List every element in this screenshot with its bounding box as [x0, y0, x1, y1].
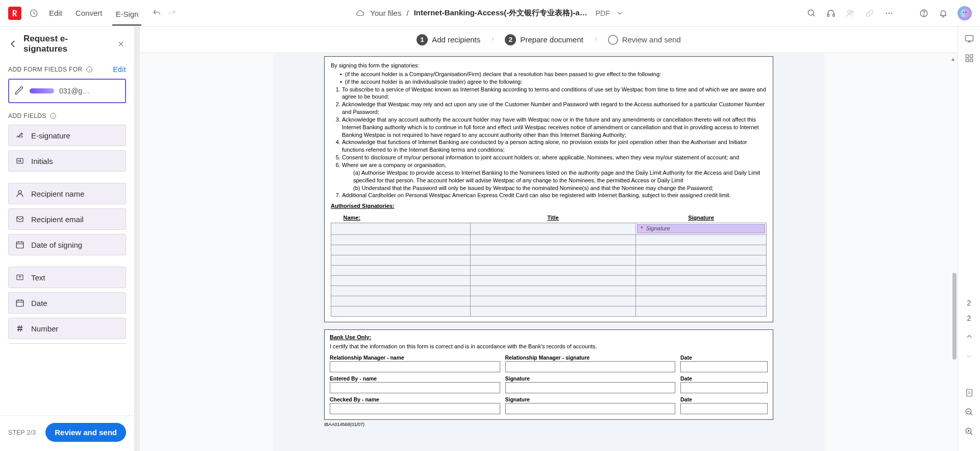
info-icon[interactable] [86, 66, 93, 73]
field-esignature[interactable]: E-signature [8, 125, 126, 146]
svg-point-8 [891, 12, 892, 13]
svg-point-4 [848, 10, 851, 13]
info-icon[interactable] [50, 112, 57, 120]
svg-rect-25 [966, 59, 968, 62]
entered-signature-input[interactable] [505, 382, 676, 393]
breadcrumb: Your files / Internet-Banking-Access(-外文… [355, 8, 625, 18]
required-star-icon: * [641, 225, 643, 233]
terms-box: By signing this form the signatories: (i… [324, 56, 773, 322]
rm-signature-input[interactable] [505, 361, 676, 372]
field-text[interactable]: Text [8, 267, 126, 288]
headphones-icon[interactable] [826, 8, 836, 18]
scroll-up-icon[interactable]: ▲ [950, 56, 955, 62]
scrollbar-thumb[interactable] [952, 273, 957, 360]
add-form-fields-label: ADD FORM FIELDS FOR Edit [8, 65, 126, 74]
page-total: 2 [967, 314, 971, 322]
undo-icon[interactable] [152, 8, 162, 18]
empty-circle-icon [608, 35, 618, 45]
sidebar-scrollbar[interactable] [135, 27, 140, 451]
document-viewport[interactable]: ▲ By signing this form the signatories: … [140, 53, 958, 451]
entered-name-input[interactable] [330, 382, 500, 393]
chat-panel-icon[interactable] [964, 34, 974, 44]
close-panel-icon[interactable] [116, 39, 126, 49]
svg-rect-24 [970, 55, 972, 57]
search-icon[interactable] [806, 8, 817, 18]
recent-icon[interactable] [29, 8, 39, 18]
panel-title: Request e-signatures [23, 34, 111, 54]
calendar-icon [15, 298, 25, 307]
checked-name-input[interactable] [330, 403, 500, 414]
initials-icon [15, 157, 25, 165]
menu-convert[interactable]: Convert [72, 7, 106, 19]
menu-esign[interactable]: E-Sign [112, 8, 141, 26]
bell-icon[interactable] [938, 8, 948, 18]
cloud-icon[interactable] [355, 8, 365, 18]
breadcrumb-file[interactable]: Internet-Banking-Access(-外文银行专业表格)-a… [414, 8, 587, 18]
redo-icon [167, 8, 177, 18]
step-add-recipients[interactable]: 1 Add recipients [416, 34, 480, 45]
app-menubar: Edit Convert E-Sign Your files / Interne… [0, 0, 980, 27]
signature-form-field[interactable]: * Signature [637, 224, 765, 233]
breadcrumb-root[interactable]: Your files [370, 9, 401, 17]
checked-signature-input[interactable] [505, 403, 676, 414]
grid-panel-icon[interactable] [964, 53, 974, 63]
signature-squiggle-icon [30, 88, 54, 93]
recipient-card[interactable]: 031@g… [8, 79, 126, 103]
svg-point-6 [886, 12, 887, 13]
share-people-icon [845, 8, 855, 18]
document-page: By signing this form the signatories: (i… [273, 53, 824, 451]
menu-edit[interactable]: Edit [46, 7, 65, 19]
svg-rect-2 [827, 14, 829, 16]
entered-date-input[interactable] [680, 382, 768, 393]
form-number: IBAA014568(01/07) [324, 422, 773, 427]
chevron-right-icon [593, 36, 599, 43]
page-up-icon[interactable] [964, 331, 974, 342]
right-rail: 2 2 [958, 27, 980, 451]
page-down-icon [964, 351, 974, 361]
link-icon [865, 8, 875, 18]
email-icon [15, 215, 25, 223]
chevron-down-icon[interactable] [615, 8, 625, 18]
file-type-label: PDF [596, 9, 610, 17]
hash-icon [15, 324, 25, 333]
rm-name-input[interactable] [330, 361, 500, 372]
svg-rect-22 [965, 35, 973, 41]
review-and-send-button[interactable]: Review and send [45, 423, 126, 442]
page-current[interactable]: 2 [967, 299, 971, 307]
edit-recipients-link[interactable]: Edit [113, 65, 126, 74]
rm-date-input[interactable] [680, 361, 768, 372]
more-icon[interactable] [884, 8, 894, 18]
step-prepare-document[interactable]: 2 Prepare document [505, 34, 583, 45]
svg-rect-19 [16, 242, 23, 248]
field-number[interactable]: Number [8, 318, 126, 339]
svg-rect-27 [966, 389, 972, 396]
fit-page-icon[interactable] [964, 388, 974, 398]
field-date-of-signing[interactable]: Date of signing [8, 234, 126, 255]
breadcrumb-sep: / [406, 9, 408, 17]
chevron-right-icon [489, 36, 496, 43]
field-initials[interactable]: Initials [8, 150, 126, 172]
checked-date-input[interactable] [680, 403, 768, 414]
svg-point-7 [889, 12, 890, 13]
svg-rect-18 [17, 217, 23, 221]
recipient-email-fragment: 031@g… [59, 87, 89, 95]
step-review-send[interactable]: Review and send [608, 35, 681, 45]
svg-rect-3 [833, 14, 835, 16]
zoom-in-icon[interactable] [964, 426, 974, 437]
add-fields-label: ADD FIELDS [8, 112, 126, 120]
help-icon[interactable] [919, 8, 929, 18]
field-recipient-email[interactable]: Recipient email [8, 208, 126, 230]
signatories-table: Name: Title Signature * Signature [331, 213, 767, 317]
back-icon[interactable] [8, 39, 18, 49]
step-bar: 1 Add recipients 2 Prepare document Revi… [140, 27, 958, 53]
field-date[interactable]: Date [8, 292, 126, 314]
person-icon [15, 189, 25, 198]
zoom-out-icon[interactable] [964, 407, 974, 417]
step-indicator: STEP 2/3 [8, 429, 36, 436]
svg-point-5 [851, 11, 854, 13]
authorised-signatories-heading: Authorised Signatories: [331, 202, 767, 210]
field-recipient-name[interactable]: Recipient name [8, 183, 126, 204]
svg-point-1 [808, 10, 814, 15]
avatar[interactable] [958, 6, 972, 20]
svg-point-17 [18, 191, 21, 194]
